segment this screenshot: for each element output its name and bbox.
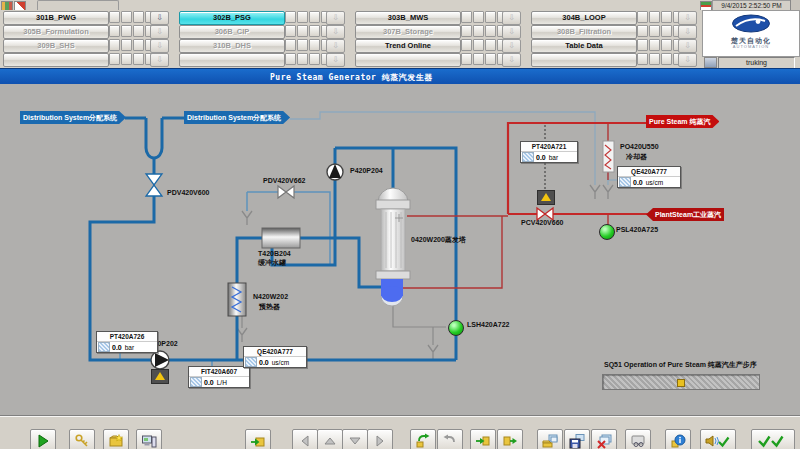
nav-305B_Formulation[interactable]: 305B_Formulation [3, 25, 109, 39]
valve-PDV420V662[interactable] [278, 186, 294, 198]
instrument-PT420A721[interactable]: PT420A721 0.0bar [520, 141, 578, 163]
label-LSH420A722: LSH420A722 [467, 321, 509, 329]
save-button[interactable] [564, 429, 590, 449]
nav-301B_PWG[interactable]: 301B_PWG [3, 11, 109, 25]
nav-drop-button[interactable]: ⇩ [326, 25, 345, 39]
double-check-icon [756, 433, 790, 449]
nav-309B_SHS[interactable]: 309B_SHS [3, 39, 109, 53]
instrument-PT420A726[interactable]: PT420A726 0.0bar [96, 331, 158, 353]
nav-cells [109, 25, 156, 37]
pcs7-hmi-window: { "window": { "datetime": "9/4/2015 2:52… [0, 0, 800, 449]
sequence-title: SQ51 Operation of Pure Steam 纯蒸汽生产步序 [604, 360, 757, 370]
flow-label-distribution-1[interactable]: Distribution System分配系统 [20, 111, 126, 124]
quality-hatch-icon [98, 342, 110, 352]
delete-button[interactable] [591, 429, 617, 449]
nav-drop-button[interactable]: ⇩ [502, 25, 521, 39]
nav-drop-button[interactable]: ⇩ [326, 11, 345, 25]
undo-icon [415, 433, 431, 449]
nav-cells [285, 25, 332, 37]
nav-310B_DHS[interactable]: 310B_DHS [179, 39, 285, 53]
computer-icon [141, 433, 157, 449]
alarm-ack-button[interactable] [700, 429, 736, 449]
nav-drop-button[interactable]: ⇩ [678, 11, 697, 25]
nav-drop-button[interactable]: ⇩ [150, 39, 169, 53]
alarm-indicator-icon[interactable] [151, 369, 169, 384]
valve-PDV420V600[interactable] [146, 174, 162, 196]
nav-drop-button[interactable]: ⇩ [150, 53, 169, 67]
speaker-check-icon [705, 433, 731, 449]
cooler-PO420U550[interactable] [603, 141, 614, 172]
arrow-down-icon [347, 433, 363, 449]
nav-306B_CIP[interactable]: 306B_CIP [179, 25, 285, 39]
nav-304B_LOOP[interactable]: 304B_LOOP [531, 11, 637, 25]
flow-label-plant-steam[interactable]: PlantSteam工业蒸汽 [646, 208, 724, 221]
nav-302B_PSG[interactable]: 302B_PSG [179, 11, 285, 25]
nav-trend-online[interactable]: Trend Online [355, 39, 461, 53]
sequence-progress-bar[interactable] [602, 374, 760, 390]
confirm-all-button[interactable] [751, 429, 795, 449]
nav-drop-button[interactable]: ⇩ [502, 39, 521, 53]
nav-empty [3, 53, 109, 67]
buffer-tank-T420B204[interactable] [262, 228, 300, 248]
alarm-indicator-icon[interactable] [537, 190, 555, 205]
user-panel-icon[interactable] [704, 57, 717, 68]
nav-drop-button[interactable]: ⇩ [502, 53, 521, 67]
nav-drop-button[interactable]: ⇩ [678, 39, 697, 53]
open-button[interactable] [537, 429, 563, 449]
nav-307B_Storage[interactable]: 307B_Storage [355, 25, 461, 39]
nav-left-button[interactable] [292, 429, 318, 449]
nav-up-button[interactable] [317, 429, 343, 449]
preheater-N420W202[interactable] [228, 283, 246, 316]
instrument-QE420A777-a[interactable]: QE420A777 0.0us/cm [243, 346, 307, 368]
nav-cells [109, 11, 156, 23]
pump-P420P204[interactable] [327, 164, 343, 180]
user-info-button[interactable] [665, 429, 691, 449]
display-button[interactable] [625, 429, 651, 449]
brand-name-cn: 楚天自动化 [703, 37, 799, 44]
redo-button[interactable] [437, 429, 463, 449]
quality-hatch-icon [245, 357, 257, 367]
play-icon [35, 433, 51, 449]
nav-drop-button[interactable]: ⇩ [678, 25, 697, 39]
system-button[interactable] [136, 429, 162, 449]
nav-drop-button[interactable]: ⇩ [326, 39, 345, 53]
label-PO420U550: PO420U550 [620, 143, 659, 151]
floppy-pages-icon [569, 433, 585, 449]
step-out-button[interactable] [497, 429, 523, 449]
key-button[interactable] [69, 429, 95, 449]
nav-table-data[interactable]: Table Data [531, 39, 637, 53]
run-button[interactable] [30, 429, 56, 449]
nav-drop-button[interactable]: ⇩ [502, 11, 521, 25]
label-T420B204-cn: 缓冲水罐 [258, 259, 286, 267]
nav-cells [109, 53, 156, 65]
nav-308B_Filtration[interactable]: 308B_Filtration [531, 25, 637, 39]
recipe-button[interactable] [103, 429, 129, 449]
nav-drop-button[interactable]: ⇩ [150, 11, 169, 25]
nav-right-button[interactable] [367, 429, 393, 449]
flow-label-distribution-2[interactable]: Distribution System分配系统 [184, 111, 290, 124]
nav-drop-button[interactable]: ⇩ [678, 53, 697, 67]
flow-label-pure-steam[interactable]: Pure Steam 纯蒸汽 [646, 115, 719, 128]
undo-button[interactable] [410, 429, 436, 449]
brand-name-en: AUTOMATION [703, 44, 799, 49]
nav-303B_MWS[interactable]: 303B_MWS [355, 11, 461, 25]
level-switch-lamp-LSH420A722[interactable] [448, 320, 464, 336]
sequence-step-marker [677, 379, 685, 387]
nav-cells [637, 39, 684, 51]
folder-star-icon [108, 433, 124, 449]
nav-drop-button[interactable]: ⇩ [150, 25, 169, 39]
instrument-FIT420A607[interactable]: FIT420A607 0.0L/H [188, 366, 250, 388]
display-glasses-icon [630, 433, 646, 449]
pressure-switch-lamp-PSL420A725[interactable] [599, 224, 615, 240]
label-P420P204: P420P204 [350, 167, 383, 175]
instrument-QE420A777-b[interactable]: QE420A777 0.0us/cm [617, 166, 681, 188]
quality-hatch-icon [522, 152, 534, 162]
pump-P420P202[interactable] [151, 351, 169, 369]
nav-cells [461, 53, 508, 65]
nav-down-button[interactable] [342, 429, 368, 449]
login-button[interactable] [245, 429, 271, 449]
step-in-button[interactable] [470, 429, 496, 449]
nav-drop-button[interactable]: ⇩ [326, 53, 345, 67]
arrow-left-icon [297, 433, 313, 449]
company-logo-panel: 楚天自动化 AUTOMATION [702, 10, 800, 57]
